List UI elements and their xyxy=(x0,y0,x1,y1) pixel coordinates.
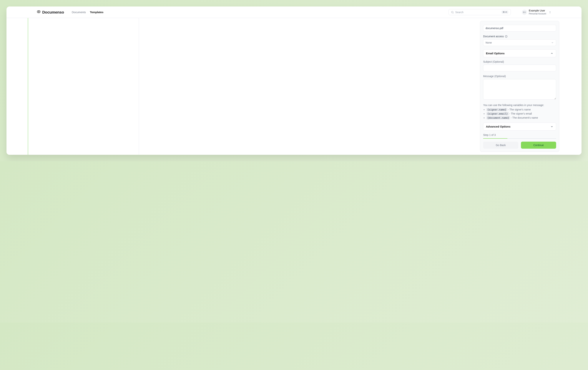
search-icon xyxy=(451,11,454,14)
header: Documenso Documents Templates ⌘+K EU Exa… xyxy=(7,7,581,18)
variable-item: {signer.email} - The signer's email xyxy=(486,112,556,115)
go-back-button[interactable]: Go Back xyxy=(483,142,518,149)
subject-input[interactable] xyxy=(483,65,556,71)
app-window: Documenso Documents Templates ⌘+K EU Exa… xyxy=(7,7,581,155)
variables-intro: You can use the following variables in y… xyxy=(483,104,556,107)
nav-templates[interactable]: Templates xyxy=(90,11,103,14)
avatar: EU xyxy=(522,10,527,15)
chevron-down-icon xyxy=(550,125,553,128)
variable-item: {document.name} - The document's name xyxy=(486,116,556,119)
button-row: Go Back Continue xyxy=(483,142,556,149)
variables-list: {signer.name} - The signer's name {signe… xyxy=(486,108,556,119)
chevron-up-down-icon xyxy=(549,11,551,13)
user-meta: Example User Personal Account xyxy=(529,9,546,15)
search-box[interactable]: ⌘+K xyxy=(449,9,511,15)
logo-text: Documenso xyxy=(42,10,64,14)
email-options-accordion[interactable]: Email Options xyxy=(483,49,556,57)
chevron-up-icon xyxy=(550,52,553,55)
user-name: Example User xyxy=(529,9,546,12)
continue-button[interactable]: Continue xyxy=(521,142,556,149)
user-account: Personal Account xyxy=(529,12,546,15)
message-label: Message (Optional) xyxy=(483,75,556,78)
search-shortcut: ⌘+K xyxy=(502,11,508,14)
progress-bar xyxy=(483,138,507,139)
logo[interactable]: Documenso xyxy=(37,10,64,14)
document-access-select[interactable]: None xyxy=(483,39,556,46)
nav: Documents Templates xyxy=(72,11,104,14)
advanced-options-accordion[interactable]: Advanced Options xyxy=(483,122,556,131)
step-indicator: Step 1 of 3 xyxy=(483,133,556,136)
document-preview-column xyxy=(7,18,480,155)
chevron-down-icon xyxy=(551,41,554,44)
progress-track xyxy=(483,138,556,139)
message-textarea[interactable] xyxy=(483,79,556,99)
svg-point-1 xyxy=(451,11,453,13)
body: Document access None Email Options xyxy=(7,18,581,155)
svg-point-0 xyxy=(38,11,39,12)
info-icon[interactable] xyxy=(505,35,508,38)
document-preview[interactable] xyxy=(28,18,139,155)
settings-panel: Document access None Email Options xyxy=(480,18,559,155)
filename-input[interactable] xyxy=(483,25,556,32)
svg-line-2 xyxy=(453,13,453,13)
user-menu[interactable]: EU Example User Personal Account xyxy=(522,9,551,15)
subject-label: Subject (Optional) xyxy=(483,60,556,63)
search-input[interactable] xyxy=(455,11,500,14)
document-access-label: Document access xyxy=(483,35,556,38)
nav-documents[interactable]: Documents xyxy=(72,11,86,14)
variable-item: {signer.name} - The signer's name xyxy=(486,108,556,111)
logo-icon xyxy=(37,10,41,14)
